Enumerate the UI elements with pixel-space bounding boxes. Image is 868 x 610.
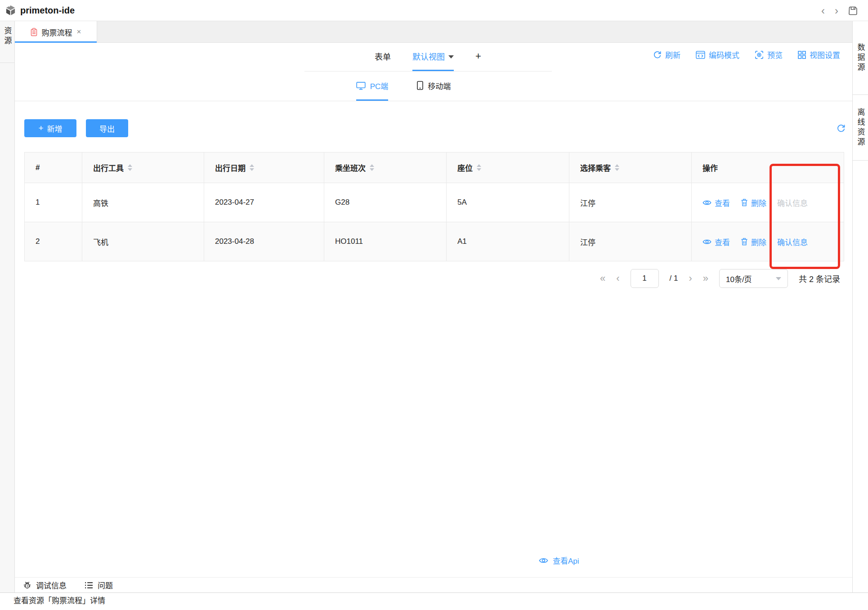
cell-vehicle: 飞机 (82, 222, 204, 261)
view-settings-label: 视图设置 (810, 49, 840, 60)
view-api-link[interactable]: 查看Api (539, 555, 579, 566)
page-size-value: 10条/页 (726, 273, 752, 284)
view-link[interactable]: 查看 (702, 236, 730, 247)
confirm-info-label: 确认信息 (777, 197, 808, 208)
list-icon (85, 582, 93, 589)
preview-button[interactable]: 预览 (755, 49, 783, 60)
tab-default-view[interactable]: 默认视图 (412, 43, 454, 71)
bug-icon (23, 581, 31, 589)
debug-info-button[interactable]: 调试信息 (23, 579, 67, 591)
prev-page-icon[interactable]: ‹ (616, 274, 619, 283)
col-date[interactable]: 出行日期 (204, 152, 324, 183)
rail-resources[interactable]: 资源 (0, 21, 14, 63)
trash-icon (741, 198, 748, 206)
cell-seat: A1 (447, 222, 569, 261)
eye-icon (702, 238, 711, 245)
sort-icon[interactable] (250, 164, 254, 171)
sort-icon[interactable] (615, 164, 619, 171)
save-icon[interactable] (848, 6, 858, 16)
trash-icon (741, 238, 748, 246)
debug-info-label: 调试信息 (36, 579, 67, 591)
table-header-row: # 出行工具 出行日期 乘坐班次 座位 选择乘客 操作 (25, 152, 844, 183)
last-page-icon[interactable]: » (703, 274, 708, 283)
device-tabs: PC端 移动端 (15, 72, 852, 101)
col-passenger[interactable]: 选择乘客 (569, 152, 692, 183)
tab-form[interactable]: 表单 (375, 43, 391, 71)
delete-link-label: 删除 (751, 236, 766, 247)
sort-icon[interactable] (477, 164, 481, 171)
add-view-button[interactable]: + (475, 43, 481, 71)
first-page-icon[interactable]: « (600, 274, 605, 283)
confirm-info-link[interactable]: 确认信息 (777, 197, 808, 208)
export-button[interactable]: 导出 (86, 119, 128, 137)
tab-mobile[interactable]: 移动端 (417, 72, 451, 101)
view-api-label: 查看Api (553, 555, 579, 566)
preview-label: 预览 (767, 49, 783, 60)
close-icon[interactable]: × (77, 27, 81, 36)
rail-datasource-label: 数据源 (855, 43, 866, 73)
sort-icon[interactable] (128, 164, 132, 171)
cell-passenger: 江停 (569, 222, 692, 261)
table-row: 1 高铁 2023-04-27 G28 5A 江停 查看 (25, 183, 844, 222)
col-trip[interactable]: 乘坐班次 (324, 152, 447, 183)
rail-resources-label: 资源 (2, 27, 13, 63)
code-mode-button[interactable]: 编码模式 (696, 49, 739, 60)
next-page-icon[interactable]: › (689, 274, 692, 283)
main-content: 表单 默认视图 + 刷新 (15, 43, 852, 577)
editor-tab-ticket-flow[interactable]: 购票流程 × (15, 21, 97, 43)
chevron-down-icon[interactable] (448, 55, 454, 58)
page-number-input[interactable]: 1 (631, 269, 659, 288)
document-icon (31, 28, 37, 36)
refresh-label: 刷新 (665, 49, 680, 60)
topbar-actions: ‹ › (821, 0, 858, 21)
rail-offline-label: 离线资源 (855, 108, 866, 148)
bottom-strip (0, 606, 868, 610)
right-rail: 数据源 离线资源 (852, 21, 868, 592)
col-actions: 操作 (692, 152, 844, 183)
refresh-button[interactable]: 刷新 (653, 49, 680, 60)
col-seat[interactable]: 座位 (447, 152, 569, 183)
view-toolbar: 刷新 编码模式 预览 (653, 49, 840, 60)
top-bar: primeton-ide ‹ › (0, 0, 868, 21)
refresh-icon (653, 50, 662, 59)
eye-icon (702, 199, 711, 206)
table-refresh-icon[interactable] (837, 124, 846, 133)
rail-offline-resources[interactable]: 离线资源 (853, 95, 868, 161)
app-title: primeton-ide (20, 5, 75, 16)
chevron-down-icon (776, 277, 781, 280)
left-rail: 资源 (0, 21, 15, 592)
cell-index: 1 (25, 183, 82, 222)
delete-link[interactable]: 删除 (741, 197, 766, 208)
rail-datasource[interactable]: 数据源 (853, 21, 868, 95)
cell-seat: 5A (447, 183, 569, 222)
cell-trip: HO1011 (324, 222, 447, 261)
add-button-label: 新增 (47, 123, 63, 134)
delete-link[interactable]: 删除 (741, 236, 766, 247)
nav-forward-icon[interactable]: › (835, 5, 838, 16)
tab-mobile-label: 移动端 (428, 80, 451, 91)
plus-icon: + (38, 123, 43, 133)
cell-actions: 查看 删除 确认信息 (692, 222, 844, 261)
editor-tab-label: 购票流程 (42, 27, 72, 38)
view-link[interactable]: 查看 (702, 197, 730, 208)
add-button[interactable]: + 新增 (24, 119, 76, 137)
preview-icon (755, 50, 764, 59)
cell-index: 2 (25, 222, 82, 261)
problems-button[interactable]: 问题 (85, 579, 113, 591)
delete-link-label: 删除 (751, 197, 766, 208)
view-tabs: 表单 默认视图 + (304, 43, 552, 72)
col-vehicle[interactable]: 出行工具 (82, 152, 204, 183)
tab-pc[interactable]: PC端 (356, 72, 389, 101)
nav-back-icon[interactable]: ‹ (821, 5, 825, 16)
cell-vehicle: 高铁 (82, 183, 204, 222)
page-size-select[interactable]: 10条/页 (719, 269, 788, 288)
status-bar-text: 查看资源「购票流程」详情 (13, 594, 105, 606)
records-table: # 出行工具 出行日期 乘坐班次 座位 选择乘客 操作 1 高铁 2023-04… (24, 152, 844, 261)
tab-pc-label: PC端 (370, 80, 389, 91)
view-link-label: 查看 (715, 236, 730, 247)
view-settings-button[interactable]: 视图设置 (798, 49, 840, 60)
confirm-info-link[interactable]: 确认信息 (777, 236, 808, 247)
tab-default-view-label: 默认视图 (412, 50, 445, 62)
code-mode-label: 编码模式 (709, 49, 739, 60)
sort-icon[interactable] (370, 164, 374, 171)
